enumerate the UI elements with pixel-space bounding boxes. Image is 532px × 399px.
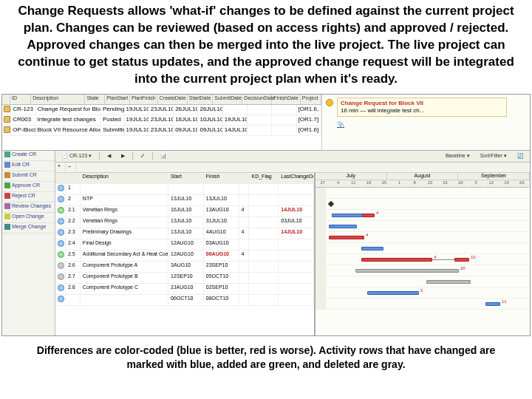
- task-row[interactable]: 2.3 Preliminary Drawings 13JUL10 4AUG10 …: [55, 228, 314, 239]
- cr-row[interactable]: CR-123Change Request for Block VIIPendin…: [2, 105, 321, 115]
- expand-icon[interactable]: ⤢: [137, 152, 148, 160]
- cr-grid-header: IDDescriptionStatePlanStartPlanFinishCre…: [2, 95, 321, 105]
- sidebar-item[interactable]: Edit CR: [2, 161, 55, 171]
- ic-sub-icon: [4, 172, 10, 178]
- task-row[interactable]: 2.1 Venetian Rings 16JUL10 13AUG10 4 14J…: [55, 206, 314, 217]
- gantt-bar[interactable]: [367, 291, 419, 295]
- table-sub-toolbar: + –: [55, 163, 530, 173]
- ic-rej-icon: [4, 193, 10, 199]
- sidebar-item[interactable]: Approve CR: [2, 182, 55, 192]
- gantt-bar[interactable]: [329, 236, 364, 239]
- task-status-icon: [58, 229, 64, 236]
- task-row[interactable]: 06OCT10 08OCT10: [55, 295, 314, 306]
- task-row[interactable]: 2.7 Component Prototype B 12SEP10 05OCT1…: [55, 273, 314, 284]
- ic-new-icon: [4, 151, 10, 157]
- cr-icon: [4, 116, 10, 123]
- task-row[interactable]: 1: [55, 184, 314, 195]
- task-row[interactable]: 2 NTP 13JUL10 13JUL10: [55, 195, 314, 206]
- task-status-icon: [58, 273, 64, 280]
- gantt-row: [316, 199, 530, 210]
- gantt-row: [316, 188, 530, 199]
- gantt-bar[interactable]: [361, 247, 383, 250]
- gantt-row: 4: [316, 232, 530, 243]
- task-status-icon: [58, 196, 64, 202]
- milestone-marker: [328, 200, 334, 206]
- sidebar: Create CR Edit CR Submit CR Approve CR R…: [2, 151, 55, 335]
- cr-dropdown[interactable]: 📄 CR-123 ▾: [58, 152, 95, 160]
- gantt-bar[interactable]: [426, 280, 471, 284]
- ic-mrg-icon: [4, 224, 10, 230]
- gantt-bar[interactable]: [361, 258, 432, 262]
- sidebar-item[interactable]: Create CR: [2, 151, 55, 161]
- gantt-row: [316, 221, 530, 232]
- cr-detail-panel: Change Request for Block VII 16 min — wi…: [321, 95, 530, 150]
- sidebar-item[interactable]: Open Change: [2, 213, 55, 223]
- sidebar-item[interactable]: Submit CR: [2, 171, 55, 182]
- task-status-icon: [58, 296, 64, 302]
- gantt-bar[interactable]: [329, 225, 357, 228]
- attachment-link[interactable]: 📎: [337, 121, 344, 128]
- gantt-bar[interactable]: [332, 214, 363, 217]
- baseline-dropdown[interactable]: Baseline ▾: [443, 152, 473, 160]
- cr-grid: IDDescriptionStatePlanStartPlanFinishCre…: [2, 95, 530, 151]
- main-panel: 📄 CR-123 ▾ ◀ ▶ ⤢ 📊 Baseline ▾ Sort/Filte…: [55, 151, 530, 335]
- task-status-icon: [58, 284, 64, 291]
- ic-open-icon: [4, 214, 10, 219]
- task-status-icon: [58, 240, 64, 247]
- ic-app-icon: [4, 183, 10, 188]
- cr-icon: [4, 126, 10, 133]
- timeline-header: JulyAugustSeptember 27411182518152229512…: [316, 173, 530, 188]
- task-status-icon: [58, 251, 64, 258]
- ic-rev-icon: [4, 203, 10, 209]
- sidebar-item[interactable]: Reject CR: [2, 192, 55, 202]
- task-row[interactable]: 2.5 Additional Secondary Act & Heat Coat…: [55, 250, 314, 262]
- cr-row[interactable]: OP-BlockBlock VII Resource AllocationSub…: [2, 126, 321, 136]
- sidebar-item[interactable]: Review Changes: [2, 202, 55, 213]
- nav-next-icon[interactable]: ▶: [118, 152, 128, 160]
- chart-icon[interactable]: 📊: [157, 152, 170, 160]
- sort-filter-dropdown[interactable]: Sort/Filter ▾: [477, 152, 510, 160]
- task-table: DescriptionStartFinishKD_FlagLastChangeD…: [55, 173, 316, 335]
- gantt-panel: JulyAugustSeptember 27411182518152229512…: [316, 173, 530, 335]
- gantt-row: 2: [316, 287, 530, 299]
- task-row[interactable]: 2.4 Final Design 12AUG10 03AUG10: [55, 239, 314, 250]
- refresh-icon[interactable]: 🔄: [514, 152, 527, 160]
- gantt-row: 11: [316, 299, 530, 310]
- warning-icon: [326, 99, 333, 106]
- toolbar: 📄 CR-123 ▾ ◀ ▶ ⤢ 📊 Baseline ▾ Sort/Filte…: [55, 151, 530, 163]
- task-table-header: DescriptionStartFinishKD_FlagLastChangeD…: [55, 173, 314, 184]
- task-status-icon: [58, 262, 64, 269]
- page-title: Change Requests allows 'what-if' changes…: [0, 0, 532, 94]
- gantt-row: 4: [316, 210, 530, 221]
- gantt-row: [316, 276, 530, 287]
- task-row[interactable]: 2.2 Venetian Rings 13JUL10 31JUL10 03JUL…: [55, 217, 314, 228]
- task-status-icon: [58, 207, 64, 214]
- task-status-icon: [58, 185, 64, 191]
- cr-tooltip: Change Request for Block VII 16 min — wi…: [337, 98, 507, 117]
- task-row[interactable]: 2.6 Component Prototype A 3AUG10 23SEP10: [55, 262, 314, 273]
- sidebar-item[interactable]: Merge Change: [2, 223, 55, 233]
- cr-row[interactable]: CR003Integrate test changesPosted 19JUL1…: [2, 115, 321, 126]
- task-row[interactable]: 2.8 Component Prototype C 2JAUG10 02SEP1…: [55, 284, 314, 295]
- app-screenshot: IDDescriptionStatePlanStartPlanFinishCre…: [1, 94, 531, 336]
- ic-edit-icon: [4, 162, 10, 168]
- task-status-icon: [58, 218, 64, 225]
- gantt-row: [316, 243, 530, 254]
- gantt-row: 20: [316, 265, 530, 276]
- gantt-bar[interactable]: [454, 258, 469, 262]
- cr-icon: [4, 106, 10, 112]
- gantt-bar[interactable]: [355, 269, 459, 273]
- footer-caption: Differences are color-coded (blue is bet…: [0, 336, 532, 372]
- gantt-row: 410: [316, 254, 530, 265]
- nav-prev-icon[interactable]: ◀: [104, 152, 114, 160]
- gantt-bar[interactable]: [485, 302, 500, 306]
